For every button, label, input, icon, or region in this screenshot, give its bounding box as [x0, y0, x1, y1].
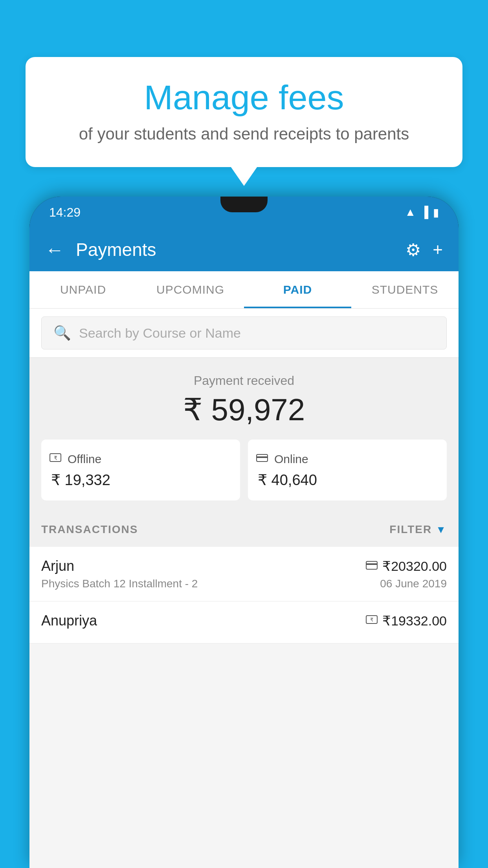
tab-upcoming[interactable]: UPCOMING — [137, 271, 244, 308]
online-amount: ₹ 40,640 — [256, 471, 439, 489]
transaction-name-2: Anupriya — [41, 612, 97, 629]
svg-rect-3 — [257, 456, 268, 458]
phone-notch — [220, 197, 268, 212]
tab-unpaid[interactable]: UNPAID — [29, 271, 137, 308]
tab-paid[interactable]: PAID — [244, 271, 351, 308]
search-icon: 🔍 — [53, 325, 71, 341]
signal-icon: ▐ — [420, 206, 428, 219]
wifi-icon: ▲ — [405, 206, 416, 219]
battery-icon: ▮ — [433, 206, 439, 219]
offline-amount: ₹ 19,332 — [49, 471, 232, 489]
payment-received-label: Payment received — [41, 373, 447, 388]
search-bar[interactable]: 🔍 Search by Course or Name — [41, 316, 447, 349]
svg-rect-4 — [366, 561, 377, 569]
transaction-row: Anupriya ₹ ₹19332.00 — [29, 601, 459, 644]
transaction-amount-row-2: ₹ ₹19332.00 — [366, 613, 447, 629]
transaction-amount-1: ₹20320.00 — [382, 558, 447, 574]
transaction-bottom-1: Physics Batch 12 Installment - 2 06 June… — [41, 577, 447, 590]
tab-students[interactable]: STUDENTS — [351, 271, 459, 308]
back-button[interactable]: ← — [45, 239, 64, 261]
payment-total-amount: ₹ 59,972 — [41, 392, 447, 428]
transaction-amount-2: ₹19332.00 — [382, 613, 447, 629]
svg-text:₹: ₹ — [54, 455, 57, 461]
offline-icon: ₹ — [49, 451, 62, 467]
svg-text:₹: ₹ — [370, 617, 373, 623]
add-icon[interactable]: + — [433, 240, 443, 259]
svg-rect-5 — [366, 563, 377, 565]
filter-icon: ▼ — [436, 524, 447, 536]
transaction-card-icon-1 — [366, 560, 378, 572]
offline-card-header: ₹ Offline — [49, 451, 232, 467]
online-payment-card: Online ₹ 40,640 — [248, 440, 447, 500]
app-header: ← Payments ⚙ + — [29, 228, 459, 271]
transaction-top-2: Anupriya ₹ ₹19332.00 — [41, 612, 447, 629]
speech-bubble-container: Manage fees of your students and send re… — [26, 57, 462, 167]
transactions-header: TRANSACTIONS FILTER ▼ — [29, 512, 459, 547]
status-time: 14:29 — [49, 205, 81, 220]
settings-icon[interactable]: ⚙ — [405, 240, 421, 260]
transaction-name-1: Arjun — [41, 558, 74, 574]
status-icons: ▲ ▐ ▮ — [405, 206, 439, 219]
online-card-header: Online — [256, 451, 439, 467]
filter-button[interactable]: FILTER ▼ — [389, 523, 447, 536]
transaction-row: Arjun ₹20320.00 Physics Batch 12 Install… — [29, 547, 459, 601]
transaction-cash-icon-2: ₹ — [366, 614, 378, 627]
transaction-date-1: 06 June 2019 — [380, 577, 447, 590]
status-bar: 14:29 ▲ ▐ ▮ — [29, 197, 459, 228]
header-icons: ⚙ + — [405, 240, 443, 260]
phone-frame: 14:29 ▲ ▐ ▮ ← Payments ⚙ + UNPAID UPCOMI… — [29, 197, 459, 868]
payment-summary: Payment received ₹ 59,972 ₹ Offline — [29, 358, 459, 512]
bubble-title: Manage fees — [49, 79, 439, 117]
online-label: Online — [274, 452, 308, 466]
payment-cards: ₹ Offline ₹ 19,332 — [41, 440, 447, 500]
search-placeholder: Search by Course or Name — [79, 326, 241, 341]
offline-label: Offline — [68, 452, 101, 466]
phone-screen: UNPAID UPCOMING PAID STUDENTS 🔍 Search b… — [29, 271, 459, 868]
transactions-label: TRANSACTIONS — [41, 523, 138, 536]
transaction-desc-1: Physics Batch 12 Installment - 2 — [41, 577, 198, 590]
bubble-subtitle: of your students and send receipts to pa… — [49, 125, 439, 143]
page-title: Payments — [76, 239, 405, 260]
transaction-top-1: Arjun ₹20320.00 — [41, 558, 447, 574]
offline-payment-card: ₹ Offline ₹ 19,332 — [41, 440, 240, 500]
search-container: 🔍 Search by Course or Name — [29, 309, 459, 358]
tabs-container: UNPAID UPCOMING PAID STUDENTS — [29, 271, 459, 309]
speech-bubble: Manage fees of your students and send re… — [26, 57, 462, 167]
transaction-amount-row-1: ₹20320.00 — [366, 558, 447, 574]
online-icon — [256, 451, 268, 467]
